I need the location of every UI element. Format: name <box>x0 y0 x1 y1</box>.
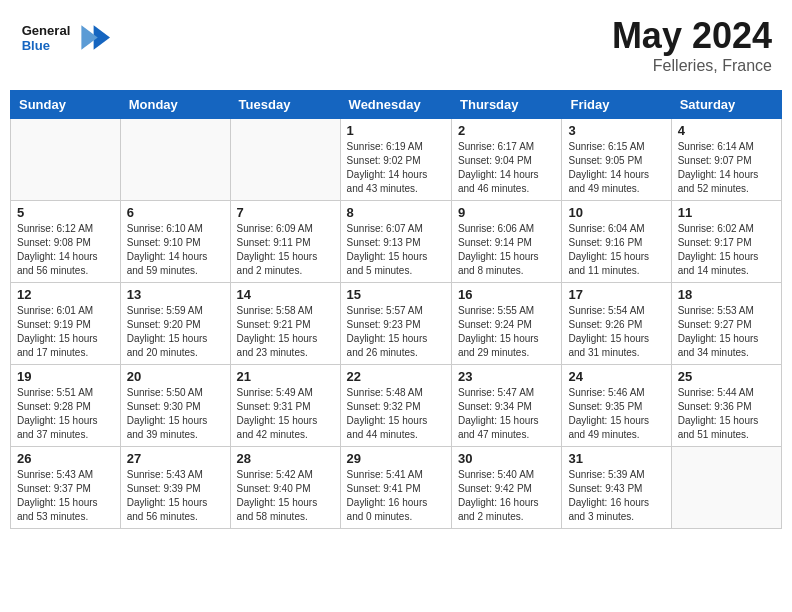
day-info: Sunrise: 6:19 AM Sunset: 9:02 PM Dayligh… <box>347 140 445 196</box>
day-number: 8 <box>347 205 445 220</box>
calendar-week-row: 26Sunrise: 5:43 AM Sunset: 9:37 PM Dayli… <box>11 447 782 529</box>
calendar-table: Sunday Monday Tuesday Wednesday Thursday… <box>10 90 782 529</box>
calendar-week-row: 19Sunrise: 5:51 AM Sunset: 9:28 PM Dayli… <box>11 365 782 447</box>
calendar-week-row: 12Sunrise: 6:01 AM Sunset: 9:19 PM Dayli… <box>11 283 782 365</box>
day-info: Sunrise: 5:50 AM Sunset: 9:30 PM Dayligh… <box>127 386 224 442</box>
day-number: 28 <box>237 451 334 466</box>
day-number: 22 <box>347 369 445 384</box>
day-info: Sunrise: 6:01 AM Sunset: 9:19 PM Dayligh… <box>17 304 114 360</box>
day-number: 21 <box>237 369 334 384</box>
day-number: 17 <box>568 287 664 302</box>
day-number: 11 <box>678 205 775 220</box>
day-number: 7 <box>237 205 334 220</box>
day-number: 1 <box>347 123 445 138</box>
day-number: 18 <box>678 287 775 302</box>
day-number: 14 <box>237 287 334 302</box>
day-number: 23 <box>458 369 555 384</box>
table-row: 14Sunrise: 5:58 AM Sunset: 9:21 PM Dayli… <box>230 283 340 365</box>
day-number: 13 <box>127 287 224 302</box>
table-row: 11Sunrise: 6:02 AM Sunset: 9:17 PM Dayli… <box>671 201 781 283</box>
table-row: 5Sunrise: 6:12 AM Sunset: 9:08 PM Daylig… <box>11 201 121 283</box>
day-number: 27 <box>127 451 224 466</box>
table-row: 24Sunrise: 5:46 AM Sunset: 9:35 PM Dayli… <box>562 365 671 447</box>
day-number: 24 <box>568 369 664 384</box>
table-row: 26Sunrise: 5:43 AM Sunset: 9:37 PM Dayli… <box>11 447 121 529</box>
day-info: Sunrise: 6:09 AM Sunset: 9:11 PM Dayligh… <box>237 222 334 278</box>
calendar-header-row: Sunday Monday Tuesday Wednesday Thursday… <box>11 91 782 119</box>
col-sunday: Sunday <box>11 91 121 119</box>
col-saturday: Saturday <box>671 91 781 119</box>
day-number: 25 <box>678 369 775 384</box>
day-number: 16 <box>458 287 555 302</box>
table-row: 21Sunrise: 5:49 AM Sunset: 9:31 PM Dayli… <box>230 365 340 447</box>
calendar-location: Felleries, France <box>612 57 772 75</box>
table-row: 25Sunrise: 5:44 AM Sunset: 9:36 PM Dayli… <box>671 365 781 447</box>
day-info: Sunrise: 6:06 AM Sunset: 9:14 PM Dayligh… <box>458 222 555 278</box>
day-info: Sunrise: 6:17 AM Sunset: 9:04 PM Dayligh… <box>458 140 555 196</box>
table-row: 6Sunrise: 6:10 AM Sunset: 9:10 PM Daylig… <box>120 201 230 283</box>
day-info: Sunrise: 6:10 AM Sunset: 9:10 PM Dayligh… <box>127 222 224 278</box>
table-row: 4Sunrise: 6:14 AM Sunset: 9:07 PM Daylig… <box>671 119 781 201</box>
day-number: 19 <box>17 369 114 384</box>
day-info: Sunrise: 5:51 AM Sunset: 9:28 PM Dayligh… <box>17 386 114 442</box>
day-info: Sunrise: 5:48 AM Sunset: 9:32 PM Dayligh… <box>347 386 445 442</box>
day-number: 31 <box>568 451 664 466</box>
day-info: Sunrise: 6:14 AM Sunset: 9:07 PM Dayligh… <box>678 140 775 196</box>
day-info: Sunrise: 5:49 AM Sunset: 9:31 PM Dayligh… <box>237 386 334 442</box>
table-row: 29Sunrise: 5:41 AM Sunset: 9:41 PM Dayli… <box>340 447 451 529</box>
logo-svg: General Blue <box>20 15 110 60</box>
day-number: 3 <box>568 123 664 138</box>
day-number: 6 <box>127 205 224 220</box>
calendar-week-row: 5Sunrise: 6:12 AM Sunset: 9:08 PM Daylig… <box>11 201 782 283</box>
table-row: 15Sunrise: 5:57 AM Sunset: 9:23 PM Dayli… <box>340 283 451 365</box>
table-row: 27Sunrise: 5:43 AM Sunset: 9:39 PM Dayli… <box>120 447 230 529</box>
table-row: 8Sunrise: 6:07 AM Sunset: 9:13 PM Daylig… <box>340 201 451 283</box>
calendar-week-row: 1Sunrise: 6:19 AM Sunset: 9:02 PM Daylig… <box>11 119 782 201</box>
day-info: Sunrise: 6:15 AM Sunset: 9:05 PM Dayligh… <box>568 140 664 196</box>
day-info: Sunrise: 5:55 AM Sunset: 9:24 PM Dayligh… <box>458 304 555 360</box>
table-row: 19Sunrise: 5:51 AM Sunset: 9:28 PM Dayli… <box>11 365 121 447</box>
day-number: 2 <box>458 123 555 138</box>
table-row: 13Sunrise: 5:59 AM Sunset: 9:20 PM Dayli… <box>120 283 230 365</box>
logo: General Blue <box>20 15 110 60</box>
day-info: Sunrise: 5:43 AM Sunset: 9:39 PM Dayligh… <box>127 468 224 524</box>
day-info: Sunrise: 6:02 AM Sunset: 9:17 PM Dayligh… <box>678 222 775 278</box>
day-info: Sunrise: 5:47 AM Sunset: 9:34 PM Dayligh… <box>458 386 555 442</box>
table-row <box>671 447 781 529</box>
table-row: 3Sunrise: 6:15 AM Sunset: 9:05 PM Daylig… <box>562 119 671 201</box>
table-row: 18Sunrise: 5:53 AM Sunset: 9:27 PM Dayli… <box>671 283 781 365</box>
col-tuesday: Tuesday <box>230 91 340 119</box>
day-info: Sunrise: 5:58 AM Sunset: 9:21 PM Dayligh… <box>237 304 334 360</box>
table-row: 1Sunrise: 6:19 AM Sunset: 9:02 PM Daylig… <box>340 119 451 201</box>
day-info: Sunrise: 5:59 AM Sunset: 9:20 PM Dayligh… <box>127 304 224 360</box>
table-row: 30Sunrise: 5:40 AM Sunset: 9:42 PM Dayli… <box>452 447 562 529</box>
table-row <box>11 119 121 201</box>
page-header: General Blue May 2024 Felleries, France <box>10 10 782 80</box>
table-row <box>230 119 340 201</box>
col-thursday: Thursday <box>452 91 562 119</box>
day-info: Sunrise: 5:43 AM Sunset: 9:37 PM Dayligh… <box>17 468 114 524</box>
title-block: May 2024 Felleries, France <box>612 15 772 75</box>
table-row: 22Sunrise: 5:48 AM Sunset: 9:32 PM Dayli… <box>340 365 451 447</box>
table-row: 16Sunrise: 5:55 AM Sunset: 9:24 PM Dayli… <box>452 283 562 365</box>
table-row: 9Sunrise: 6:06 AM Sunset: 9:14 PM Daylig… <box>452 201 562 283</box>
day-info: Sunrise: 5:44 AM Sunset: 9:36 PM Dayligh… <box>678 386 775 442</box>
table-row: 20Sunrise: 5:50 AM Sunset: 9:30 PM Dayli… <box>120 365 230 447</box>
day-number: 26 <box>17 451 114 466</box>
day-info: Sunrise: 6:07 AM Sunset: 9:13 PM Dayligh… <box>347 222 445 278</box>
day-number: 9 <box>458 205 555 220</box>
table-row: 2Sunrise: 6:17 AM Sunset: 9:04 PM Daylig… <box>452 119 562 201</box>
day-info: Sunrise: 5:41 AM Sunset: 9:41 PM Dayligh… <box>347 468 445 524</box>
day-info: Sunrise: 6:04 AM Sunset: 9:16 PM Dayligh… <box>568 222 664 278</box>
table-row: 28Sunrise: 5:42 AM Sunset: 9:40 PM Dayli… <box>230 447 340 529</box>
day-number: 29 <box>347 451 445 466</box>
day-number: 5 <box>17 205 114 220</box>
day-number: 15 <box>347 287 445 302</box>
table-row: 31Sunrise: 5:39 AM Sunset: 9:43 PM Dayli… <box>562 447 671 529</box>
svg-text:General: General <box>22 23 71 38</box>
day-number: 10 <box>568 205 664 220</box>
day-info: Sunrise: 5:57 AM Sunset: 9:23 PM Dayligh… <box>347 304 445 360</box>
table-row: 17Sunrise: 5:54 AM Sunset: 9:26 PM Dayli… <box>562 283 671 365</box>
table-row: 10Sunrise: 6:04 AM Sunset: 9:16 PM Dayli… <box>562 201 671 283</box>
day-info: Sunrise: 5:53 AM Sunset: 9:27 PM Dayligh… <box>678 304 775 360</box>
